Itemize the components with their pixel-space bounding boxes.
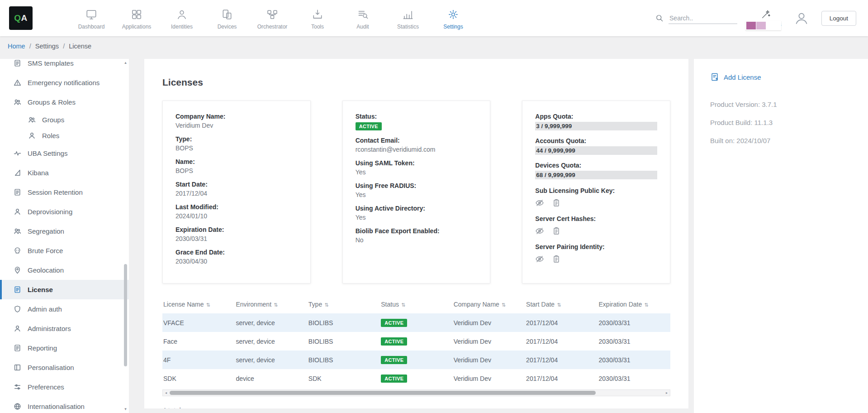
reveal-sub-key-button[interactable] (535, 198, 544, 207)
scrollbar-thumb[interactable] (124, 264, 127, 366)
sidebar-item-admin-auth[interactable]: Admin auth (0, 299, 129, 319)
column-header-start-date[interactable]: Start Date⇅ (525, 298, 598, 313)
nav-label: Applications (122, 24, 152, 30)
logout-button[interactable]: Logout (821, 11, 856, 26)
sidebar-item-internationalisation[interactable]: Internationalisation (0, 397, 129, 413)
sidebar-item-emergency-notifications[interactable]: Emergency notifications (0, 73, 129, 92)
search-input[interactable] (669, 13, 737, 24)
clipboard-icon (552, 226, 561, 235)
column-header-expiration-date[interactable]: Expiration Date⇅ (598, 298, 670, 313)
nav-item-devices[interactable]: Devices (204, 7, 250, 30)
color-swatch-popup (745, 21, 781, 30)
cell-expiration-date: 2030/03/31 (598, 369, 670, 388)
breadcrumb-settings[interactable]: Settings (35, 43, 59, 50)
sidebar-scrollbar: ▴ ▾ (123, 60, 128, 412)
sidebar-item-brute-force[interactable]: Brute Force (0, 241, 129, 260)
scroll-right-arrow[interactable]: ▸ (664, 390, 670, 396)
table-row[interactable]: 4F server, device BIOLIBS ACTIVE Veridiu… (162, 351, 670, 369)
sidebar-item-label: Deprovisioning (28, 208, 72, 216)
scroll-down-arrow[interactable]: ▾ (123, 406, 128, 412)
status-badge: ACTIVE (356, 122, 382, 130)
settings-icon (447, 9, 459, 20)
field-label: Type: (175, 135, 298, 143)
nav-label: Orchestrator (257, 24, 288, 30)
sidebar-item-segregation[interactable]: Segregation (0, 221, 129, 241)
reporting-icon (14, 344, 21, 352)
sidebar-item-geolocation[interactable]: Geolocation (0, 260, 129, 280)
segregation-icon (14, 227, 21, 235)
breadcrumb-current: License (69, 43, 91, 50)
nav-item-tools[interactable]: Tools (295, 7, 340, 30)
nav-item-settings[interactable]: Settings (431, 7, 476, 30)
column-header-license-name[interactable]: License Name⇅ (162, 298, 235, 313)
field-value: Yes (356, 191, 478, 198)
sidebar-item-session-retention[interactable]: Session Retention (0, 182, 129, 202)
scrollbar-thumb[interactable] (170, 391, 596, 395)
nav-item-statistics[interactable]: Statistics (385, 7, 431, 30)
nav-item-orchestrator[interactable]: Orchestrator (250, 7, 295, 30)
cell-type: BIOLIBS (308, 351, 380, 369)
column-header-company-name[interactable]: Company Name⇅ (453, 298, 525, 313)
reveal-pairing-identity-button[interactable] (535, 255, 544, 264)
cell-company: Veridium Dev (453, 351, 525, 369)
sidebar-item-administrators[interactable]: Administrators (0, 319, 129, 338)
sidebar-item-label: Segregation (28, 227, 64, 235)
user-avatar[interactable] (794, 11, 809, 25)
table-row[interactable]: Face server, device BIOLIBS ACTIVE Verid… (162, 332, 670, 351)
cell-expiration-date: 2030/03/31 (598, 332, 670, 351)
add-license-button[interactable]: Add License (710, 72, 852, 82)
sort-icon: ⇅ (206, 302, 210, 307)
sidebar-item-preferences[interactable]: Preferences (0, 377, 129, 397)
scroll-up-arrow[interactable]: ▴ (123, 60, 128, 66)
table-total-count: 4 total (162, 406, 670, 408)
copy-pairing-identity-button[interactable] (552, 255, 561, 264)
app-logo[interactable]: QA (9, 6, 33, 30)
sidebar-item-groups[interactable]: Groups (0, 112, 129, 128)
nav-item-applications[interactable]: Applications (114, 7, 159, 30)
field-label: Using SAML Token: (356, 159, 478, 167)
licenses-panel: Licenses Company Name:Veridium Dev Type:… (144, 59, 688, 408)
nav-item-dashboard[interactable]: Dashboard (69, 7, 114, 30)
sidebar-item-label: SMS templates (28, 59, 74, 67)
sidebar-item-deprovisioning[interactable]: Deprovisioning (0, 202, 129, 221)
field-label: Using Active Directory: (356, 205, 478, 212)
sidebar-item-label: Roles (42, 132, 59, 139)
status-badge: ACTIVE (381, 319, 407, 327)
reveal-cert-hashes-button[interactable] (535, 226, 544, 235)
sidebar-item-sms-templates[interactable]: SMS templates (0, 59, 129, 73)
sidebar-item-groups-roles[interactable]: Groups & Roles (0, 92, 129, 112)
table-row[interactable]: SDK device SDK ACTIVE Veridium Dev 2017/… (162, 369, 670, 388)
sidebar-item-uba-settings[interactable]: UBA Settings (0, 144, 129, 163)
sidebar-item-roles[interactable]: Roles (0, 128, 129, 144)
sidebar-item-reporting[interactable]: Reporting (0, 338, 129, 358)
field-label: Sub Licensing Public Key: (535, 187, 657, 194)
add-license-icon (710, 72, 719, 82)
sort-icon: ⇅ (401, 302, 405, 307)
table-row[interactable]: VFACE server, device BIOLIBS ACTIVE Veri… (162, 313, 670, 332)
copy-sub-key-button[interactable] (552, 198, 561, 207)
statistics-icon (402, 9, 414, 20)
column-header-status[interactable]: Status⇅ (380, 298, 452, 313)
sidebar-item-license[interactable]: License (0, 280, 129, 299)
license-actions-panel: Add License Product Version: 3.7.1 Produ… (694, 59, 868, 413)
sidebar-item-personalisation[interactable]: Personalisation (0, 358, 129, 377)
clipboard-icon (552, 255, 561, 264)
quota-value: 44 / 9,999,999 (535, 146, 657, 155)
nav-item-identities[interactable]: Identities (159, 7, 204, 30)
nav-item-audit[interactable]: Audit (340, 7, 385, 30)
cell-status: ACTIVE (380, 351, 452, 369)
settings-sidebar: SMS templates Emergency notifications Gr… (0, 59, 129, 413)
field-label: Server Cert Hashes: (535, 215, 657, 222)
column-header-environment[interactable]: Environment⇅ (235, 298, 307, 313)
sms-templates-icon (14, 59, 21, 67)
column-header-type[interactable]: Type⇅ (308, 298, 380, 313)
license-cards: Company Name:Veridium Dev Type:BOPS Name… (162, 101, 670, 283)
scroll-left-arrow[interactable]: ◂ (163, 390, 169, 396)
search-icon[interactable] (655, 14, 664, 23)
sidebar-item-kibana[interactable]: Kibana (0, 163, 129, 182)
search-area (655, 13, 737, 24)
cell-environment: server, device (235, 313, 307, 332)
cell-status: ACTIVE (380, 369, 452, 388)
breadcrumb-home[interactable]: Home (8, 43, 25, 50)
copy-cert-hashes-button[interactable] (552, 226, 561, 235)
